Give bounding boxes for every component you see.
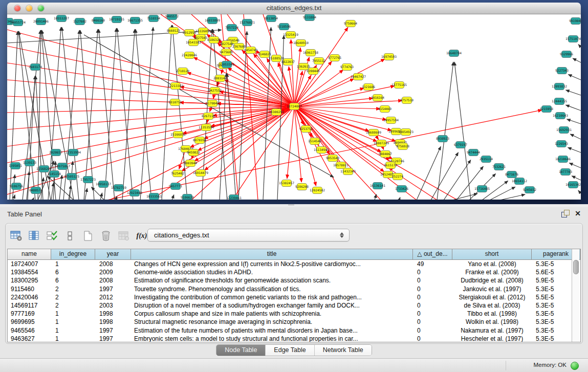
rows-icon[interactable] [63, 229, 77, 243]
graph-edge[interactable] [569, 163, 581, 168]
column-header-year[interactable]: year [95, 249, 131, 259]
graph-edge[interactable] [136, 29, 151, 200]
graph-edge[interactable] [444, 160, 471, 200]
graph-edge[interactable] [573, 58, 581, 62]
graph-edge[interactable] [36, 76, 43, 200]
graph-edge[interactable] [122, 29, 135, 200]
delete-column-icon[interactable] [99, 229, 113, 243]
graph-node-label: 18807249 [374, 141, 389, 145]
graph-edge[interactable] [7, 80, 294, 106]
new-column-icon[interactable] [81, 229, 95, 243]
cell-year: 2009 [95, 268, 131, 276]
graph-edge[interactable] [572, 176, 581, 180]
column-header-name[interactable]: name [8, 249, 51, 259]
graph-node-label: 10975867 [55, 164, 70, 168]
graph-edge[interactable] [570, 134, 581, 139]
graph-edge[interactable] [104, 28, 116, 200]
graph-edge[interactable] [568, 147, 581, 152]
column-header-out_de[interactable]: △ out_de... [413, 249, 452, 259]
network-view-window[interactable]: citations_edges.txt 18724007183002958660… [7, 3, 581, 200]
graph-edge[interactable] [191, 106, 294, 200]
table-row[interactable]: 1938455462009Genome-wide association stu… [8, 268, 580, 276]
table-row[interactable]: 977716911998Corpus callosum shape and si… [8, 310, 580, 318]
table-row[interactable]: 1872400712008Changes of HCN gene express… [8, 260, 580, 268]
column-header-in_degree[interactable]: in_degree [51, 249, 95, 259]
close-panel-icon[interactable]: ✕ [575, 210, 581, 217]
window-zoom-button[interactable] [38, 5, 44, 11]
graph-node-label: 18640910 [293, 41, 309, 45]
tab-network-table[interactable]: Network Table [315, 345, 372, 356]
graph-node-label: 9329966 [560, 52, 573, 56]
graph-edge[interactable] [117, 28, 133, 200]
graph-edge[interactable] [28, 76, 35, 200]
graph-edge[interactable] [399, 197, 400, 200]
column-header-short[interactable]: short [452, 249, 532, 259]
graph-edge[interactable] [238, 31, 247, 200]
graph-node-label: 1395051 [9, 164, 22, 167]
graph-node-label: 7857224 [225, 26, 238, 29]
graph-edge[interactable] [417, 146, 441, 200]
graph-edge[interactable] [19, 31, 51, 200]
graph-edge[interactable] [500, 194, 525, 200]
graph-edge[interactable] [162, 25, 171, 200]
window-minimize-button[interactable] [26, 5, 32, 11]
cell-out_de: 0 [413, 276, 452, 285]
function-builder-icon[interactable]: f(x) [135, 229, 148, 243]
graph-edge[interactable] [33, 198, 34, 200]
tab-edge-table[interactable]: Edge Table [266, 345, 314, 356]
float-window-icon[interactable] [561, 210, 569, 217]
network-canvas[interactable]: 1872400718300295866012389129541322605898… [7, 14, 581, 200]
window-titlebar[interactable]: citations_edges.txt [7, 3, 581, 14]
graph-edge[interactable] [7, 63, 294, 106]
table-scrollbar[interactable] [572, 249, 579, 342]
select-columns-icon[interactable] [28, 229, 41, 243]
network-graph[interactable]: 1872400718300295866012389129541322605898… [7, 14, 581, 200]
graph-edge[interactable] [294, 98, 373, 106]
table-row[interactable]: 946554611997Estimation of the future num… [8, 326, 580, 335]
graph-node-label: 15276021 [239, 20, 255, 24]
graph-edge[interactable] [172, 194, 174, 200]
table-row[interactable]: 1830029562008Estimation of significance … [8, 276, 580, 285]
table-row[interactable]: 2242004622012Investigating the contribut… [8, 293, 580, 301]
scrollbar-thumb[interactable] [573, 260, 579, 274]
graph-edge[interactable] [437, 62, 453, 200]
graph-node-label: 8186328 [207, 38, 221, 41]
graph-edge[interactable] [294, 79, 354, 106]
tab-node-table[interactable]: Node Table [216, 345, 266, 356]
graph-edge[interactable] [375, 194, 376, 200]
edit-columns-icon[interactable] [46, 229, 59, 243]
graph-edge[interactable] [578, 45, 581, 47]
table-row[interactable]: 1456911722003Disruption of a novel membe… [8, 301, 580, 310]
table-selector-dropdown[interactable]: citations_edges.txt [147, 229, 350, 242]
graph-edge[interactable] [85, 188, 87, 200]
graph-edge[interactable] [80, 30, 94, 200]
graph-node-label: 8822037 [281, 60, 295, 63]
graph-edge[interactable] [565, 105, 581, 111]
graph-edge[interactable] [84, 29, 98, 200]
graph-edge[interactable] [568, 75, 581, 80]
table-row[interactable]: 946362711997Embryonic stem cells: a mode… [8, 335, 580, 342]
graph-node-label: 9146821 [258, 52, 271, 56]
graph-edge[interactable] [99, 29, 115, 200]
window-close-button[interactable] [14, 5, 20, 11]
column-header-title[interactable]: title [131, 249, 413, 259]
cell-out_de: 49 [413, 260, 452, 268]
graph-edge[interactable] [10, 31, 18, 200]
cell-in_degree: 2 [51, 301, 95, 310]
graph-edge[interactable] [566, 90, 581, 95]
table-row[interactable]: 911546021997Tourette syndrome. Phenomeno… [8, 285, 580, 293]
graph-edge[interactable] [38, 30, 41, 200]
graph-edge[interactable] [567, 119, 581, 124]
graph-edge[interactable] [452, 193, 477, 200]
graph-edge[interactable] [13, 195, 15, 200]
graph-edge[interactable] [287, 106, 294, 179]
graph-edge[interactable] [454, 62, 471, 200]
graph-node-label: 7955112 [312, 59, 325, 62]
table-settings-icon[interactable] [10, 229, 23, 243]
graph-edge[interactable] [140, 27, 153, 200]
graph-edge[interactable] [91, 187, 104, 200]
table-row[interactable]: 969969511998Structural magnetic resonanc… [8, 318, 580, 326]
graph-edge[interactable] [294, 48, 300, 106]
node-table: namein_degreeyeartitle△ out_de...shortpa… [7, 249, 581, 342]
graph-edge[interactable] [578, 190, 581, 193]
